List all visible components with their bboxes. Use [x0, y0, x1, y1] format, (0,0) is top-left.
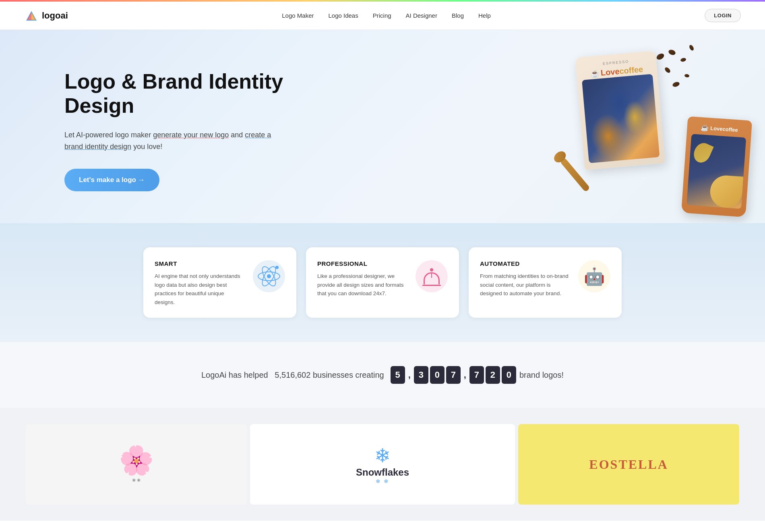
stats-counter: 5 , 3 0 7 , 7 2 0	[391, 366, 516, 384]
feature-card-automated: AUTOMATED From matching identities to on…	[469, 247, 622, 318]
digit-7: 7	[446, 366, 461, 384]
feature-automated-desc: From matching identities to on-brand soc…	[480, 272, 570, 298]
logo-sample-eostella: EOSTELLA	[518, 424, 739, 505]
cta-button[interactable]: Let's make a logo →	[64, 169, 159, 191]
hero-subtitle-link1[interactable]: generate your new logo	[153, 131, 229, 139]
stats-text-after: brand logos!	[519, 371, 564, 380]
nav-links: Logo Maker Logo Ideas Pricing AI Designe…	[282, 12, 491, 19]
nav-ai-designer[interactable]: AI Designer	[406, 12, 437, 19]
feature-card-professional: PROFESSIONAL Like a professional designe…	[306, 247, 459, 318]
logo-sample-snowflakes: ❄ Snowflakes ❄ ❄	[250, 424, 515, 505]
digit-7b: 7	[469, 366, 484, 384]
eostella-name: EOSTELLA	[589, 457, 668, 472]
feature-smart-title: SMART	[155, 260, 245, 267]
logo[interactable]: logoai	[24, 8, 68, 23]
logo-sample-flower: 🌸 ❀ ❀	[26, 424, 247, 505]
digit-3: 3	[414, 366, 428, 384]
stats-section: LogoAi has helped 5,516,602 businesses c…	[0, 342, 765, 408]
hero-subtitle: Let AI-powered logo maker generate your …	[64, 129, 290, 153]
features-section: SMART AI engine that not only understand…	[0, 223, 765, 342]
nav-blog[interactable]: Blog	[452, 12, 464, 19]
hero-title: Logo & Brand Identity Design	[64, 70, 290, 118]
automated-icon: 🤖	[578, 260, 610, 292]
digit-0b: 0	[502, 366, 516, 384]
hero-subtitle-part1: Let AI-powered logo maker	[64, 131, 153, 139]
nav-help[interactable]: Help	[478, 12, 491, 19]
hero-section: Logo & Brand Identity Design Let AI-powe…	[0, 30, 765, 223]
snowflakes-name: Snowflakes	[356, 467, 409, 478]
coffee-bag-image: ESPRESSO ☕ Lovecoffee	[575, 51, 665, 170]
logo-text: logoai	[42, 10, 68, 21]
navbar: logoai Logo Maker Logo Ideas Pricing AI …	[0, 2, 765, 30]
nav-logo-maker[interactable]: Logo Maker	[282, 12, 314, 19]
feature-professional-desc: Like a professional designer, we provide…	[317, 272, 407, 298]
logo-icon	[24, 8, 39, 23]
feature-professional-title: PROFESSIONAL	[317, 260, 407, 267]
coffee-cup-image: ☕ Lovecoffee	[681, 116, 752, 217]
hero-subtitle-part3: you love!	[131, 143, 162, 151]
digit-2: 2	[486, 366, 500, 384]
snowflakes-logo: ❄ Snowflakes ❄ ❄	[356, 444, 409, 484]
digit-0: 0	[430, 366, 445, 384]
smart-icon	[253, 260, 285, 292]
nav-logo-ideas[interactable]: Logo Ideas	[328, 12, 358, 19]
digit-5: 5	[391, 366, 405, 384]
hero-subtitle-part2: and	[229, 131, 245, 139]
professional-icon	[416, 260, 448, 292]
logos-section: 🌸 ❀ ❀ ❄ Snowflakes ❄ ❄ EOSTELLA	[0, 408, 765, 521]
feature-automated-title: AUTOMATED	[480, 260, 570, 267]
flower-logo: 🌸 ❀ ❀	[119, 446, 154, 483]
hero-images: ESPRESSO ☕ Lovecoffee	[548, 46, 749, 215]
nav-pricing[interactable]: Pricing	[373, 12, 391, 19]
coffee-bag-label: ESPRESSO	[603, 60, 629, 66]
login-button[interactable]: LOGIN	[705, 9, 741, 22]
hero-content: Logo & Brand Identity Design Let AI-powe…	[64, 70, 290, 191]
feature-card-smart: SMART AI engine that not only understand…	[143, 247, 296, 318]
coffee-beans	[652, 46, 701, 110]
stats-text-before: LogoAi has helped 5,516,602 businesses c…	[201, 371, 384, 380]
feature-smart-desc: AI engine that not only understands logo…	[155, 272, 245, 306]
